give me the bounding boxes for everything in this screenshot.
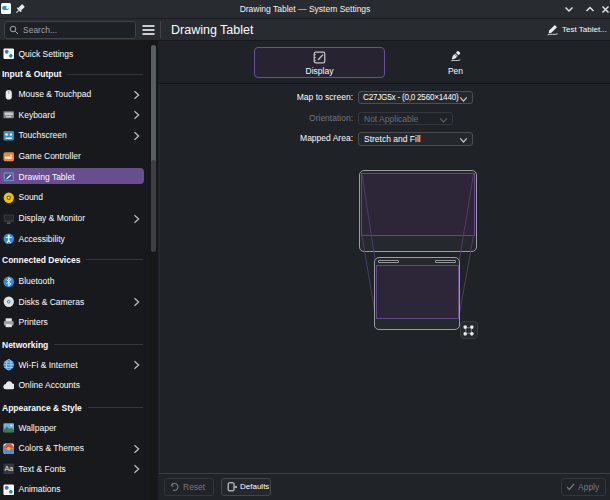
- svg-text:Aa: Aa: [4, 466, 13, 473]
